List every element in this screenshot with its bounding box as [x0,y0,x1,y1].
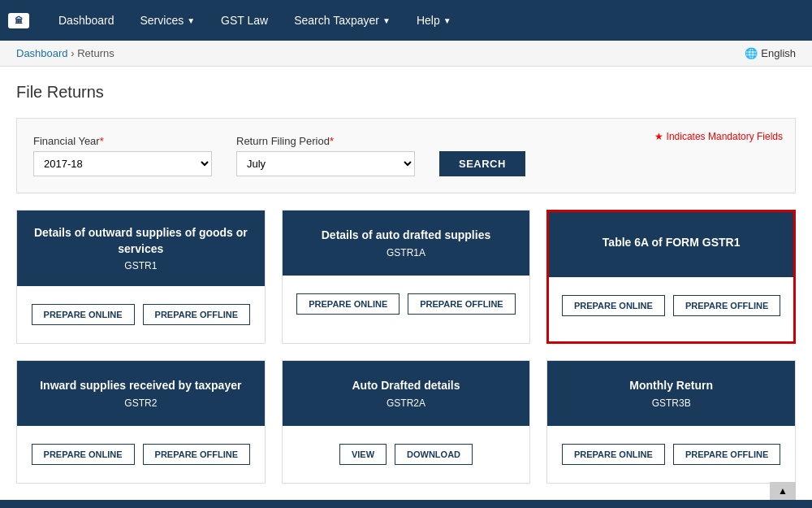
card-gstr2-header: Inward supplies received by taxpayer GST… [17,361,265,426]
mandatory-star: ★ [654,131,663,142]
card-table6a-actions: PREPARE ONLINE PREPARE OFFLINE [549,277,793,334]
table6a-prepare-online-button[interactable]: PREPARE ONLINE [562,295,665,316]
cards-grid: Details of outward supplies of goods or … [16,210,796,484]
card-gstr2-actions: PREPARE ONLINE PREPARE OFFLINE [17,426,265,483]
logo-box: 🏛 [8,13,29,28]
gstr1-prepare-offline-button[interactable]: PREPARE OFFLINE [143,304,250,325]
nav-search-taxpayer[interactable]: Search Taxpayer ▼ [281,0,404,41]
card-table6a-header: Table 6A of FORM GSTR1 [549,212,793,277]
mandatory-note: ★ Indicates Mandatory Fields [654,131,783,142]
gstr1a-prepare-online-button[interactable]: PREPARE ONLINE [296,293,400,315]
card-gstr2: Inward supplies received by taxpayer GST… [16,360,266,484]
breadcrumb-home[interactable]: Dashboard [16,47,68,59]
nav-help[interactable]: Help ▼ [404,0,464,41]
card-gstr2a-header: Auto Drafted details GSTR2A [283,361,530,426]
logo: 🏛 [8,13,29,28]
gstr3b-prepare-online-button[interactable]: PREPARE ONLINE [562,444,665,465]
card-gstr1a-subtitle: GSTR1A [387,247,425,258]
gstr1-prepare-online-button[interactable]: PREPARE ONLINE [32,304,135,325]
logo-text: 🏛 [15,16,23,25]
financial-year-select[interactable]: 2017-18 2016-17 [33,151,212,176]
sub-header: Dashboard › Returns 🌐 English [0,41,812,67]
card-gstr1a-header: Details of auto drafted supplies GSTR1A [283,211,530,276]
services-chevron-icon: ▼ [187,16,195,25]
card-gstr2-subtitle: GSTR2 [124,397,157,409]
gstr2-prepare-offline-button[interactable]: PREPARE OFFLINE [143,444,250,465]
gstr3b-prepare-offline-button[interactable]: PREPARE OFFLINE [673,444,780,465]
card-gstr1a-actions: PREPARE ONLINE PREPARE OFFLINE [283,276,530,332]
card-table6a-title: Table 6A of FORM GSTR1 [603,235,741,251]
card-gstr2a-title: Auto Drafted details [352,378,460,394]
card-gstr3b-header: Monthly Return GSTR3B [547,361,795,426]
gstr2a-view-button[interactable]: VIEW [339,444,387,465]
card-gstr3b-title: Monthly Return [629,378,713,394]
footer-main: © 2016-17 Goods and Services Tax Network… [0,500,812,508]
help-chevron-icon: ▼ [443,16,451,25]
card-gstr1-subtitle: GSTR1 [124,260,157,271]
globe-icon: 🌐 [745,47,758,59]
table6a-prepare-offline-button[interactable]: PREPARE OFFLINE [673,295,780,316]
card-gstr2a-actions: VIEW DOWNLOAD [283,426,530,483]
card-gstr1-actions: PREPARE ONLINE PREPARE OFFLINE [17,286,265,343]
card-gstr1: Details of outward supplies of goods or … [16,210,266,344]
card-gstr2a-subtitle: GSTR2A [387,397,425,409]
nav-items: Dashboard Services ▼ GST Law Search Taxp… [45,0,464,41]
financial-year-group: Financial Year* 2017-18 2016-17 [33,135,212,176]
card-gstr2-title: Inward supplies received by taxpayer [40,378,241,394]
nav-gst-law[interactable]: GST Law [208,0,281,41]
scroll-top-button[interactable]: ▲ [770,482,796,500]
gstr2-prepare-online-button[interactable]: PREPARE ONLINE [32,444,135,465]
card-gstr3b-actions: PREPARE ONLINE PREPARE OFFLINE [547,426,795,483]
card-gstr1-header: Details of outward supplies of goods or … [17,211,265,286]
language-label: English [761,47,796,59]
search-form: ★ Indicates Mandatory Fields Financial Y… [16,118,796,193]
search-button[interactable]: SEARCH [439,151,525,176]
breadcrumb-current: Returns [77,47,114,59]
gstr1a-prepare-offline-button[interactable]: PREPARE OFFLINE [408,293,515,315]
card-gstr2a: Auto Drafted details GSTR2A VIEW DOWNLOA… [282,360,531,484]
breadcrumb-separator: › [71,47,77,59]
card-gstr3b-subtitle: GSTR3B [652,397,691,409]
breadcrumb: Dashboard › Returns [16,47,114,59]
financial-year-label: Financial Year* [33,135,212,147]
return-period-label: Return Filing Period* [236,135,415,147]
nav-dashboard[interactable]: Dashboard [45,0,127,41]
main-content: File Returns ★ Indicates Mandatory Field… [0,67,812,500]
nav-services[interactable]: Services ▼ [127,0,209,41]
card-gstr1a-title: Details of auto drafted supplies [322,228,490,244]
card-gstr3b: Monthly Return GSTR3B PREPARE ONLINE PRE… [546,360,796,484]
return-period-group: Return Filing Period* July August Septem… [236,135,415,176]
language-selector[interactable]: 🌐 English [745,47,796,59]
top-navigation: 🏛 Dashboard Services ▼ GST Law Search Ta… [0,0,812,41]
return-period-select[interactable]: July August September [236,151,415,176]
card-gstr1-title: Details of outward supplies of goods or … [29,225,253,257]
card-table6a: Table 6A of FORM GSTR1 PREPARE ONLINE PR… [546,210,796,344]
card-gstr1a: Details of auto drafted supplies GSTR1A … [282,210,531,344]
search-taxpayer-chevron-icon: ▼ [382,16,391,25]
page-title: File Returns [16,83,796,102]
gstr2a-download-button[interactable]: DOWNLOAD [395,444,473,465]
